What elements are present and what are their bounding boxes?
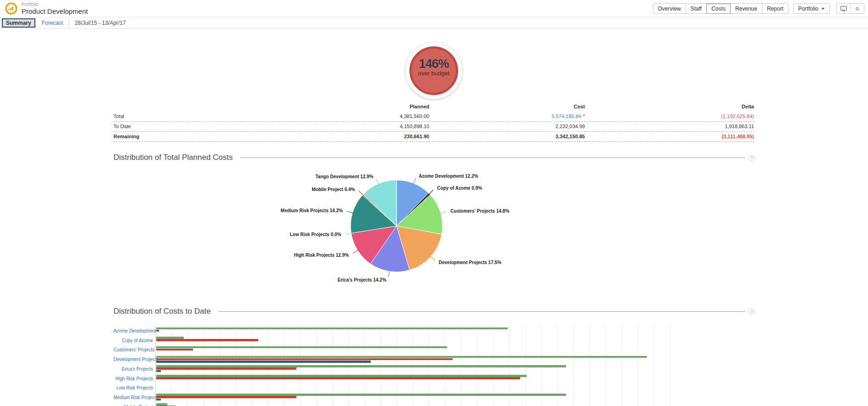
pie-leader-line-customers-projects: [440, 212, 446, 214]
section-costs-to-date-header: Distribution of Costs to Date ?: [113, 307, 755, 316]
pie-label-erica-s-projects: Erica's Projects 14.2%: [338, 277, 386, 282]
cost-value-link[interactable]: 5,574,185.84: [551, 113, 581, 119]
double-chevron-up-icon: [855, 6, 860, 11]
cost-value: 5,574,185.84*: [429, 112, 585, 122]
tab-forecast[interactable]: Forecast: [42, 20, 63, 26]
pie-label-mobile-project: Mobile Project 0.4%: [312, 186, 355, 192]
bar-green-high-risk-projects[interactable]: [156, 375, 527, 377]
bar-green-azome-development[interactable]: [156, 327, 508, 330]
caret-down-icon: [821, 8, 825, 10]
planned-costs-pie-chart: [341, 171, 452, 281]
subnav-separator: [68, 20, 69, 26]
column-header-planned: Planned: [242, 102, 429, 112]
summary-row-to-date: To Date4,150,898.102,232,034.991,918,863…: [113, 122, 754, 132]
row-label: Total: [113, 112, 242, 122]
bar-green-medium-risk-projects[interactable]: [156, 394, 566, 396]
bar-red-high-risk-projects[interactable]: [156, 377, 520, 379]
delta-value: (1,192,625.84): [585, 112, 754, 122]
bar-category-label-development-projects[interactable]: Development Projects: [113, 355, 153, 364]
pie-leader-line-high-risk-projects: [353, 250, 358, 254]
help-icon[interactable]: ?: [749, 308, 755, 315]
pie-leader-line-tango-development: [376, 179, 379, 184]
portfolio-dropdown[interactable]: Portfolio: [793, 3, 830, 14]
cost-value: 3,342,150.85: [429, 132, 585, 142]
pie-leader-line-azome-development: [414, 178, 416, 184]
delta-value: (3,111,488.95): [585, 132, 754, 142]
pie-leader-line-erica-s-projects: [388, 271, 389, 277]
bar-red-erica-s-projects[interactable]: [156, 367, 296, 370]
page-title: Product Development: [22, 8, 88, 15]
bar-red-azome-development[interactable]: [156, 330, 159, 332]
row-label: To Date: [113, 122, 242, 132]
portfolio-dropdown-label: Portfolio: [798, 6, 818, 12]
pie-leader-line-low-risk-projects: [346, 233, 352, 234]
bar-red-copy-of-azome[interactable]: [156, 339, 258, 341]
planned-value: 4,150,898.10: [242, 122, 429, 132]
entity-type-label: Portfolio: [22, 2, 88, 7]
budget-badge-value: 146%: [419, 58, 448, 70]
budget-badge-circle: 146% over budget COSTS: [409, 46, 458, 95]
cost-value-text: 2,232,034.99: [556, 124, 585, 129]
bar-blue-development-projects[interactable]: [156, 361, 371, 363]
bar-green-mobile-project[interactable]: [156, 403, 167, 406]
title-block: Portfolio Product Development: [22, 2, 88, 15]
pie-label-low-risk-projects: Low Risk Projects 0.0%: [290, 232, 341, 237]
summary-row-total: Total4,381,560.005,574,185.84*(1,192,625…: [113, 112, 754, 122]
costs-to-date-bar-chart: Azome DevelopmentCopy of AzomeCustomers'…: [113, 325, 754, 406]
pie-label-medium-risk-projects: Medium Risk Projects 14.2%: [281, 208, 343, 213]
bar-red-medium-risk-projects[interactable]: [156, 396, 296, 398]
delta-value: 1,918,863.11: [585, 122, 754, 132]
bar-red-customers-projects[interactable]: [156, 349, 193, 351]
monitor-icon: [840, 6, 847, 12]
bar-green-customers-projects[interactable]: [156, 346, 447, 349]
bar-red-development-projects[interactable]: [156, 358, 453, 361]
section-rule: [218, 311, 745, 312]
bar-green-copy-of-azome[interactable]: [156, 337, 184, 339]
planned-value: 230,661.90: [242, 132, 429, 142]
pie-leader-line-development-projects: [431, 256, 435, 260]
cost-value: 2,232,034.99: [429, 122, 585, 132]
nav-button-report[interactable]: Report: [762, 3, 789, 14]
monitor-button[interactable]: [836, 3, 851, 14]
row-label: Remaining: [113, 132, 242, 142]
budget-badge-label: over budget: [418, 70, 450, 77]
bar-blue-medium-risk-projects[interactable]: [156, 399, 161, 401]
section-planned-costs-header: Distribution of Total Planned Costs ?: [113, 153, 755, 162]
budget-badge-caption: COSTS: [426, 80, 442, 84]
summary-table: PlannedCostDelta Total4,381,560.005,574,…: [113, 102, 754, 142]
pie-label-customers-projects: Customers' Projects 14.8%: [450, 209, 509, 214]
nav-button-costs[interactable]: Costs: [706, 3, 731, 14]
cost-value-text: 3,342,150.85: [556, 134, 585, 139]
section-rule: [240, 158, 745, 158]
pie-label-azome-development: Azome Development 12.2%: [419, 173, 478, 178]
planned-value: 4,381,560.00: [242, 112, 429, 122]
collapse-button[interactable]: [850, 3, 864, 14]
tab-summary[interactable]: Summary: [2, 18, 35, 28]
pie-leader-line-mobile-project: [359, 191, 363, 195]
bar-category-label-erica-s-projects[interactable]: Erica's Projects: [113, 364, 153, 374]
summary-table-header-row: PlannedCostDelta: [113, 102, 754, 112]
pie-leader-line-medium-risk-projects: [347, 211, 353, 213]
bar-category-label-high-risk-projects[interactable]: High Risk Projects: [113, 374, 153, 383]
bar-blue-erica-s-projects[interactable]: [156, 370, 161, 372]
column-header-delta: Delta: [585, 102, 754, 112]
section-title-planned-costs: Distribution of Total Planned Costs: [113, 153, 233, 162]
bar-category-label-copy-of-azome[interactable]: Copy of Azome: [113, 336, 153, 345]
section-title-costs-to-date: Distribution of Costs to Date: [113, 307, 211, 316]
asterisk-note-marker: *: [583, 113, 585, 119]
bar-category-label-azome-development[interactable]: Azome Development: [113, 326, 153, 336]
bar-category-label-customers-projects[interactable]: Customers' Projects: [113, 345, 153, 355]
main-content: 146% over budget COSTS PlannedCostDelta …: [113, 0, 755, 406]
bar-green-development-projects[interactable]: [156, 356, 647, 358]
budget-badge: 146% over budget COSTS: [405, 42, 462, 99]
summary-table-corner-cell: [113, 102, 242, 112]
bar-category-label-mobile-project[interactable]: Mobile Project: [113, 402, 153, 406]
pie-label-development-projects: Development Projects 17.5%: [439, 259, 501, 265]
bar-category-label-low-risk-projects[interactable]: Low Risk Projects: [113, 383, 153, 393]
bar-green-erica-s-projects[interactable]: [156, 365, 566, 367]
help-icon[interactable]: ?: [749, 154, 755, 161]
column-header-cost: Cost: [429, 102, 585, 112]
bar-category-label-medium-risk-projects[interactable]: Medium Risk Projects: [113, 393, 153, 402]
bar-chart-logo-icon[interactable]: [5, 2, 17, 15]
icon-button-group: [836, 3, 864, 14]
